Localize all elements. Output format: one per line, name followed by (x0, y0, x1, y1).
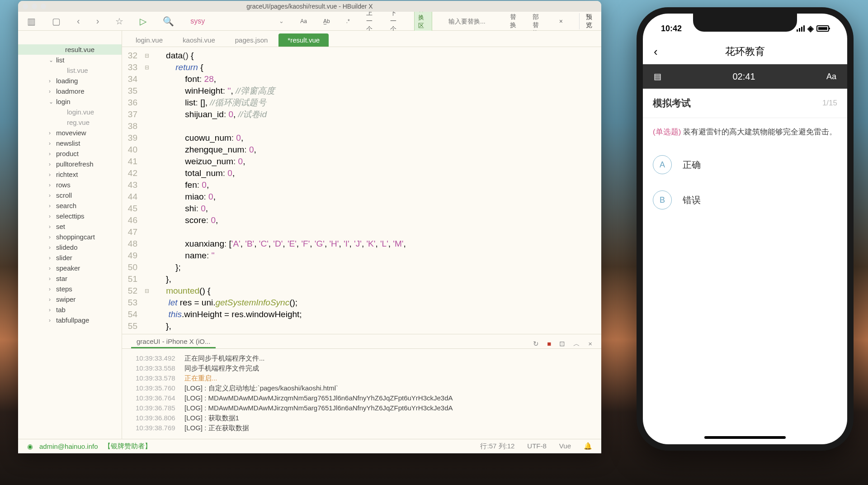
tree-item[interactable]: result.vue (18, 44, 122, 55)
code-content[interactable]: data() { return { font: 28, winHeight: '… (152, 47, 601, 334)
editor-tab[interactable]: login.vue (127, 33, 172, 47)
editor-tab[interactable]: pages.json (226, 33, 277, 47)
tree-item[interactable]: ›tabfullpage (18, 315, 122, 325)
console-tab[interactable]: graceUI - iPhone X (iO... (131, 336, 216, 348)
image-icon[interactable]: ⊡ (559, 340, 565, 348)
option-label: 错误 (683, 194, 701, 206)
signal-icon (797, 25, 805, 32)
chevron-down-icon[interactable]: ⌄ (279, 18, 284, 24)
option-label: 正确 (683, 159, 701, 171)
save-icon[interactable]: ▢ (52, 16, 61, 27)
find-next-button[interactable]: 下一个 (390, 9, 398, 33)
console-output: 10:39:33.492正在同步手机端程序文件...10:39:33.558同步… (122, 349, 601, 439)
option-badge: B (653, 190, 672, 209)
status-lang[interactable]: Vue (559, 442, 571, 451)
tree-item[interactable]: ›newslist (18, 138, 122, 148)
tree-item[interactable]: ›rows (18, 180, 122, 190)
tree-item[interactable]: ›pulltorefresh (18, 159, 122, 169)
code-editor[interactable]: 3233343536373839404142434445464748495051… (122, 47, 601, 334)
tree-item[interactable]: list.vue (18, 65, 122, 76)
tree-item[interactable]: ›set (18, 221, 122, 232)
notch (693, 14, 797, 32)
tree-item[interactable]: ⌄login (18, 96, 122, 107)
word-icon[interactable]: A̲b (323, 18, 330, 24)
status-bar: ◉ admin@hainuo.info 【银牌赞助者】 行:57 列:12 UT… (18, 439, 601, 453)
tree-item[interactable]: ›slidedo (18, 242, 122, 252)
option-list: A正确B错误 (643, 146, 847, 219)
tree-item[interactable]: ›swiper (18, 294, 122, 304)
back-icon[interactable]: ‹ (654, 45, 658, 59)
preview-button[interactable]: 预览 (579, 13, 592, 29)
timer: 02:41 (661, 71, 826, 82)
tree-item[interactable]: ›steps (18, 284, 122, 294)
font-icon[interactable]: Aa (826, 72, 836, 81)
option-badge: A (653, 155, 672, 174)
nav-title: 花环教育 (725, 45, 765, 58)
tree-item[interactable]: ⌄list (18, 55, 122, 65)
question-type: (单选题) (653, 128, 681, 136)
status-encoding[interactable]: UTF-8 (527, 442, 547, 451)
tree-item[interactable]: ›scroll (18, 190, 122, 200)
exam-bar: ▤ 02:41 Aa (643, 64, 847, 89)
tree-item[interactable]: ›shoppingcart (18, 232, 122, 242)
replace-button[interactable]: 替换 (510, 13, 516, 29)
window-title: graceUI/pages/kaoshi/result.vue - HBuild… (246, 3, 373, 10)
tree-item[interactable]: login.vue (18, 107, 122, 117)
tree-item[interactable]: ›slider (18, 252, 122, 263)
exam-title: 模拟考试 (653, 97, 691, 109)
bell-icon[interactable]: 🔔 (584, 442, 592, 451)
panel-icon[interactable]: ▥ (27, 16, 36, 27)
close-console-icon[interactable]: × (588, 340, 592, 348)
close-find-icon[interactable]: × (559, 18, 563, 25)
nav-header: ‹ 花环教育 (643, 39, 847, 64)
nav-fwd-icon[interactable]: › (96, 16, 99, 26)
card-icon[interactable]: ▤ (654, 71, 661, 81)
editor-tab[interactable]: *result.vue (278, 33, 329, 47)
case-icon[interactable]: Aa (300, 18, 307, 24)
close-icon[interactable] (23, 4, 28, 9)
window-titlebar[interactable]: graceUI/pages/kaoshi/result.vue - HBuild… (18, 1, 601, 12)
answer-option[interactable]: B错误 (653, 182, 837, 218)
replace-input[interactable] (448, 18, 494, 25)
nav-back-icon[interactable]: ‹ (77, 16, 80, 26)
run-icon[interactable]: ▷ (140, 16, 146, 27)
clock: 10:42 (661, 24, 682, 33)
find-prev-button[interactable]: 上一个 (366, 9, 374, 33)
rerun-icon[interactable]: ↻ (533, 340, 539, 348)
regex-icon[interactable]: .* (346, 18, 350, 24)
battery-icon (816, 25, 829, 32)
line-gutter: 3233343536373839404142434445464748495051… (122, 47, 145, 334)
home-indicator[interactable] (704, 436, 786, 439)
tree-item[interactable]: ›selecttips (18, 211, 122, 221)
maximize-icon[interactable] (41, 4, 46, 9)
fold-gutter[interactable]: ⊟⊟⊟⊟ (145, 47, 152, 334)
search-icon[interactable]: 🔍 (163, 16, 174, 27)
status-user[interactable]: admin@hainuo.info (39, 442, 98, 450)
stop-icon[interactable]: ■ (547, 340, 551, 348)
editor-tab[interactable]: kaoshi.vue (174, 33, 224, 47)
status-icons: ◈ (797, 24, 829, 33)
tree-item[interactable]: ›richtext (18, 169, 122, 180)
star-icon[interactable]: ☆ (115, 16, 123, 27)
tree-item[interactable]: ›loadmore (18, 86, 122, 96)
tree-item[interactable]: ›tab (18, 304, 122, 315)
user-icon[interactable]: ◉ (27, 442, 33, 451)
tree-item[interactable]: ›moveview (18, 128, 122, 138)
exam-count: 1/15 (822, 99, 837, 108)
tree-item[interactable]: ›loading (18, 76, 122, 86)
tree-item[interactable]: ›product (18, 148, 122, 159)
console-panel: graceUI - iPhone X (iO... ↻ ■ ⊡ ︿ × 10:3… (122, 334, 601, 439)
editor-tabs: login.vuekaoshi.vuepages.json*result.vue (122, 31, 601, 47)
tree-item[interactable]: ›speaker (18, 263, 122, 273)
collapse-icon[interactable]: ︿ (573, 340, 580, 348)
file-tree[interactable]: result.vue⌄listlist.vue›loading›loadmore… (18, 31, 122, 439)
minimize-icon[interactable] (32, 4, 37, 9)
iphone-device: 10:42 ◈ ‹ 花环教育 ▤ 02:41 Aa 模拟考试 1/15 (单选题… (637, 7, 854, 451)
question-body: 装有避雷针的高大建筑物能够完全避免雷击。 (681, 128, 837, 136)
tree-item[interactable]: ›star (18, 273, 122, 284)
find-input[interactable]: sysy (190, 17, 263, 25)
tree-item[interactable]: reg.vue (18, 117, 122, 128)
answer-option[interactable]: A正确 (653, 147, 837, 182)
tree-item[interactable]: ›search (18, 200, 122, 211)
wifi-icon: ◈ (807, 24, 814, 33)
